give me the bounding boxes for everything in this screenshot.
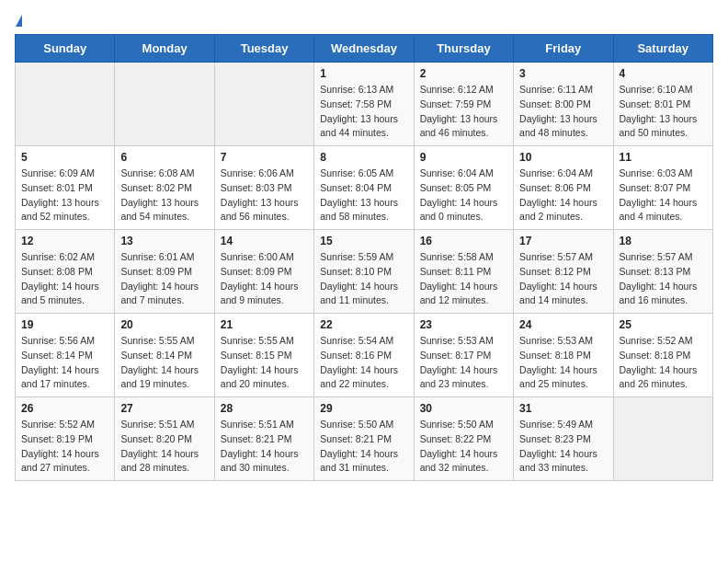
weekday-header: Sunday	[16, 35, 115, 63]
day-info: Sunrise: 6:02 AMSunset: 8:08 PMDaylight:…	[21, 250, 108, 308]
calendar-cell: 7Sunrise: 6:06 AMSunset: 8:03 PMDaylight…	[214, 146, 313, 230]
calendar-cell: 19Sunrise: 5:56 AMSunset: 8:14 PMDayligh…	[16, 314, 115, 397]
day-info: Sunrise: 6:09 AMSunset: 8:01 PMDaylight:…	[21, 167, 108, 224]
weekday-header: Saturday	[613, 35, 712, 63]
calendar-cell: 21Sunrise: 5:55 AMSunset: 8:15 PMDayligh…	[214, 314, 313, 397]
calendar-cell: 23Sunrise: 5:53 AMSunset: 8:17 PMDayligh…	[414, 314, 513, 397]
calendar-cell: 14Sunrise: 6:00 AMSunset: 8:09 PMDayligh…	[214, 230, 313, 314]
day-info: Sunrise: 5:54 AMSunset: 8:16 PMDaylight:…	[320, 334, 407, 392]
day-info: Sunrise: 6:01 AMSunset: 8:09 PMDaylight:…	[120, 250, 208, 308]
day-info: Sunrise: 5:52 AMSunset: 8:18 PMDaylight:…	[620, 334, 707, 392]
calendar-cell: 15Sunrise: 5:59 AMSunset: 8:10 PMDayligh…	[314, 230, 414, 314]
day-number: 2	[420, 67, 507, 80]
day-info: Sunrise: 6:08 AMSunset: 8:02 PMDaylight:…	[120, 167, 208, 224]
day-number: 16	[420, 235, 507, 247]
day-info: Sunrise: 5:51 AMSunset: 8:21 PMDaylight:…	[221, 418, 308, 476]
day-info: Sunrise: 5:55 AMSunset: 8:15 PMDaylight:…	[221, 334, 308, 392]
day-info: Sunrise: 5:49 AMSunset: 8:23 PMDaylight:…	[519, 418, 607, 476]
day-info: Sunrise: 6:11 AMSunset: 8:00 PMDaylight:…	[519, 83, 607, 141]
day-info: Sunrise: 5:53 AMSunset: 8:17 PMDaylight:…	[420, 334, 507, 392]
calendar-cell: 5Sunrise: 6:09 AMSunset: 8:01 PMDaylight…	[16, 146, 115, 230]
day-number: 25	[620, 318, 707, 331]
day-number: 18	[620, 235, 707, 247]
weekday-header: Tuesday	[214, 35, 313, 63]
day-info: Sunrise: 6:06 AMSunset: 8:03 PMDaylight:…	[221, 167, 308, 224]
day-number: 31	[519, 402, 607, 415]
calendar-cell: 4Sunrise: 6:10 AMSunset: 8:01 PMDaylight…	[613, 63, 712, 146]
day-info: Sunrise: 5:52 AMSunset: 8:19 PMDaylight:…	[21, 418, 108, 476]
day-number: 24	[519, 318, 607, 331]
calendar-cell	[16, 63, 115, 146]
day-info: Sunrise: 6:05 AMSunset: 8:04 PMDaylight:…	[320, 167, 407, 224]
day-number: 12	[21, 235, 108, 247]
day-number: 27	[120, 402, 208, 415]
day-number: 23	[420, 318, 507, 331]
day-info: Sunrise: 6:03 AMSunset: 8:07 PMDaylight:…	[620, 167, 707, 224]
day-number: 10	[519, 151, 607, 164]
calendar-cell: 27Sunrise: 5:51 AMSunset: 8:20 PMDayligh…	[115, 397, 214, 481]
day-number: 22	[320, 318, 407, 331]
calendar-cell: 11Sunrise: 6:03 AMSunset: 8:07 PMDayligh…	[613, 146, 712, 230]
weekday-header: Monday	[115, 35, 214, 63]
calendar-cell: 9Sunrise: 6:04 AMSunset: 8:05 PMDaylight…	[414, 146, 513, 230]
day-info: Sunrise: 5:50 AMSunset: 8:21 PMDaylight:…	[320, 418, 407, 476]
day-info: Sunrise: 5:51 AMSunset: 8:20 PMDaylight:…	[120, 418, 208, 476]
page-header	[15, 15, 713, 27]
day-number: 11	[620, 151, 707, 164]
calendar-cell: 17Sunrise: 5:57 AMSunset: 8:12 PMDayligh…	[514, 230, 613, 314]
day-number: 8	[320, 151, 407, 164]
day-number: 6	[120, 151, 208, 164]
day-info: Sunrise: 5:53 AMSunset: 8:18 PMDaylight:…	[519, 334, 607, 392]
calendar-cell: 3Sunrise: 6:11 AMSunset: 8:00 PMDaylight…	[514, 63, 613, 146]
day-info: Sunrise: 6:10 AMSunset: 8:01 PMDaylight:…	[620, 83, 707, 141]
calendar-cell: 29Sunrise: 5:50 AMSunset: 8:21 PMDayligh…	[314, 397, 414, 481]
calendar-cell: 25Sunrise: 5:52 AMSunset: 8:18 PMDayligh…	[613, 314, 712, 397]
day-info: Sunrise: 5:57 AMSunset: 8:13 PMDaylight:…	[620, 250, 707, 308]
day-number: 29	[320, 402, 407, 415]
day-info: Sunrise: 5:59 AMSunset: 8:10 PMDaylight:…	[320, 250, 407, 308]
calendar-cell: 20Sunrise: 5:55 AMSunset: 8:14 PMDayligh…	[115, 314, 214, 397]
day-info: Sunrise: 5:56 AMSunset: 8:14 PMDaylight:…	[21, 334, 108, 392]
day-number: 5	[21, 151, 108, 164]
calendar-week-row: 1Sunrise: 6:13 AMSunset: 7:58 PMDaylight…	[16, 63, 713, 146]
day-number: 4	[620, 67, 707, 80]
calendar-cell	[613, 397, 712, 481]
day-number: 14	[221, 235, 308, 247]
day-number: 26	[21, 402, 108, 415]
day-number: 3	[519, 67, 607, 80]
weekday-header: Thursday	[414, 35, 513, 63]
calendar-cell: 31Sunrise: 5:49 AMSunset: 8:23 PMDayligh…	[514, 397, 613, 481]
calendar-header-row: SundayMondayTuesdayWednesdayThursdayFrid…	[16, 35, 713, 63]
logo	[15, 15, 22, 27]
day-number: 15	[320, 235, 407, 247]
calendar-cell: 28Sunrise: 5:51 AMSunset: 8:21 PMDayligh…	[214, 397, 313, 481]
logo-triangle-icon	[16, 15, 22, 27]
calendar-week-row: 12Sunrise: 6:02 AMSunset: 8:08 PMDayligh…	[16, 230, 713, 314]
day-number: 1	[320, 67, 407, 80]
calendar-week-row: 19Sunrise: 5:56 AMSunset: 8:14 PMDayligh…	[16, 314, 713, 397]
calendar-cell	[214, 63, 313, 146]
calendar-cell: 2Sunrise: 6:12 AMSunset: 7:59 PMDaylight…	[414, 63, 513, 146]
calendar-cell: 30Sunrise: 5:50 AMSunset: 8:22 PMDayligh…	[414, 397, 513, 481]
day-number: 28	[221, 402, 308, 415]
day-info: Sunrise: 6:13 AMSunset: 7:58 PMDaylight:…	[320, 83, 407, 141]
day-number: 30	[420, 402, 507, 415]
calendar-cell	[115, 63, 214, 146]
day-info: Sunrise: 6:04 AMSunset: 8:05 PMDaylight:…	[420, 167, 507, 224]
day-number: 17	[519, 235, 607, 247]
calendar-table: SundayMondayTuesdayWednesdayThursdayFrid…	[15, 34, 713, 481]
day-number: 21	[221, 318, 308, 331]
calendar-cell: 13Sunrise: 6:01 AMSunset: 8:09 PMDayligh…	[115, 230, 214, 314]
calendar-cell: 22Sunrise: 5:54 AMSunset: 8:16 PMDayligh…	[314, 314, 414, 397]
calendar-cell: 24Sunrise: 5:53 AMSunset: 8:18 PMDayligh…	[514, 314, 613, 397]
day-number: 7	[221, 151, 308, 164]
day-info: Sunrise: 5:57 AMSunset: 8:12 PMDaylight:…	[519, 250, 607, 308]
day-info: Sunrise: 6:04 AMSunset: 8:06 PMDaylight:…	[519, 167, 607, 224]
day-info: Sunrise: 6:00 AMSunset: 8:09 PMDaylight:…	[221, 250, 308, 308]
calendar-cell: 12Sunrise: 6:02 AMSunset: 8:08 PMDayligh…	[16, 230, 115, 314]
day-info: Sunrise: 6:12 AMSunset: 7:59 PMDaylight:…	[420, 83, 507, 141]
day-info: Sunrise: 5:58 AMSunset: 8:11 PMDaylight:…	[420, 250, 507, 308]
calendar-cell: 8Sunrise: 6:05 AMSunset: 8:04 PMDaylight…	[314, 146, 414, 230]
day-number: 20	[120, 318, 208, 331]
day-info: Sunrise: 5:55 AMSunset: 8:14 PMDaylight:…	[120, 334, 208, 392]
